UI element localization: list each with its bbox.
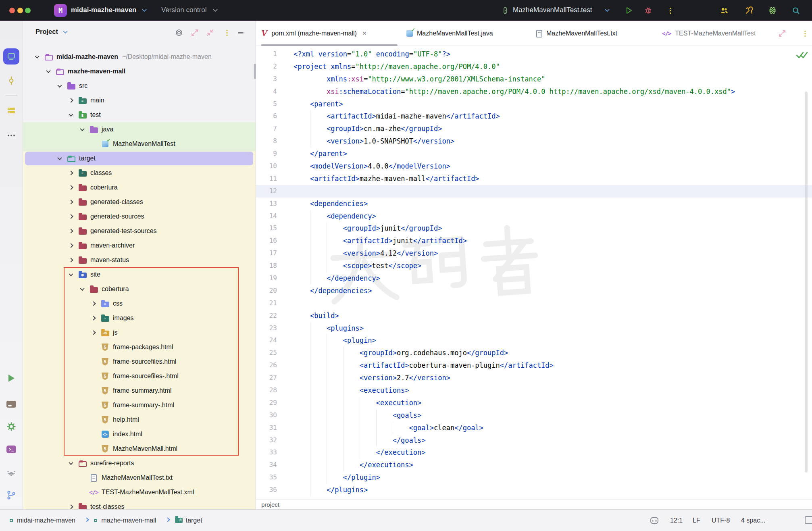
chevron-down-icon[interactable] xyxy=(34,55,40,58)
tab-mazhemavenmalltest-txt[interactable]: MazheMavenMallTest.txt xyxy=(536,21,617,46)
settings-gear-icon[interactable] xyxy=(6,422,16,431)
chevron-down-icon[interactable] xyxy=(68,462,74,465)
chevron-right-icon[interactable] xyxy=(68,186,74,189)
chevron-right-icon[interactable] xyxy=(68,258,74,262)
tree-item-mazhemavenmalltest-txt[interactable]: MazheMavenMallTest.txt xyxy=(23,471,256,485)
hide-panel-icon[interactable] xyxy=(238,32,244,33)
tree-item-cobertura[interactable]: cobertura xyxy=(23,180,256,195)
inspections-ok-icon[interactable] xyxy=(795,50,809,60)
expand-all-icon[interactable] xyxy=(191,29,199,37)
tree-item-help-html[interactable]: 5help.html xyxy=(23,412,256,427)
tab-options-kebab-icon[interactable] xyxy=(801,29,809,37)
vcs-menu[interactable]: Version control xyxy=(161,0,206,21)
tree-item-site[interactable]: ⊕site xyxy=(23,267,256,282)
tree-item-target[interactable]: target xyxy=(23,151,256,166)
close-window-icon[interactable] xyxy=(9,8,15,13)
editor-breadcrumb[interactable]: project xyxy=(256,500,812,509)
tree-item-generated-test-sources[interactable]: generated-test-sources xyxy=(23,224,256,238)
tree-item-frame-summary-html[interactable]: 5frame-summary.html xyxy=(23,383,256,398)
project-tool-icon[interactable] xyxy=(3,48,19,65)
chevron-right-icon[interactable] xyxy=(90,317,97,320)
tree-item-test[interactable]: ▮test xyxy=(23,108,256,122)
tree-item-mazhe-maven-mall[interactable]: mazhe-maven-mall xyxy=(23,64,256,79)
chevron-right-icon[interactable] xyxy=(68,215,74,218)
chevron-down-icon[interactable] xyxy=(79,287,85,291)
tree-item-mazhemavenmall-html[interactable]: 5MazheMavenMall.html xyxy=(23,441,256,456)
chevron-down-icon[interactable] xyxy=(56,157,63,160)
tree-item-maven-status[interactable]: maven-status xyxy=(23,253,256,267)
tree-item-mazhemavenmalltest[interactable]: MazheMavenMallTest xyxy=(23,137,256,151)
search-icon[interactable] xyxy=(792,6,800,15)
tree-item-classes[interactable]: ≡classes xyxy=(23,166,256,180)
commit-icon[interactable] xyxy=(6,76,16,85)
project-name-menu[interactable]: midai-mazhe-maven xyxy=(71,0,137,21)
terminal-icon[interactable]: >_ xyxy=(6,444,16,454)
chevron-down-icon[interactable] xyxy=(79,128,85,131)
statusbar-indent[interactable]: 4 spac... xyxy=(741,510,765,531)
tree-item-css[interactable]: ≡css xyxy=(23,296,256,311)
statusbar-breadcrumb-midai-mazhe-maven[interactable]: midai-mazhe-maven xyxy=(17,510,75,531)
tab-mazhemavenmalltest-java[interactable]: MazheMavenMallTest.java xyxy=(406,21,493,46)
tree-item-midai-mazhe-maven[interactable]: midai-mazhe-maven~/Desktop/midai-mazhe-m… xyxy=(23,50,256,64)
build-icon[interactable] xyxy=(6,399,16,409)
tree-item-cobertura[interactable]: cobertura xyxy=(23,282,256,296)
chevron-right-icon[interactable] xyxy=(68,229,74,233)
notifications-bell-icon[interactable] xyxy=(6,468,16,477)
chevron-right-icon[interactable] xyxy=(68,244,74,247)
options-kebab-icon[interactable] xyxy=(223,29,231,37)
users-icon[interactable] xyxy=(720,6,728,15)
maximize-window-icon[interactable] xyxy=(25,8,31,13)
chevron-right-icon[interactable] xyxy=(90,331,97,334)
panel-splitter-handle[interactable] xyxy=(254,64,256,79)
statusbar-line-separator[interactable]: LF xyxy=(693,510,700,531)
more-icon[interactable] xyxy=(666,6,675,15)
tree-item-images[interactable]: ▫images xyxy=(23,311,256,325)
more-tools-icon[interactable] xyxy=(6,131,16,140)
run-tool-icon[interactable] xyxy=(6,373,16,383)
tree-item-java[interactable]: java xyxy=(23,122,256,137)
chevron-right-icon[interactable] xyxy=(68,200,74,204)
tree-item-test-classes[interactable]: test-classes xyxy=(23,500,256,509)
tree-item-frame-summary-html[interactable]: 5frame-summary-.html xyxy=(23,398,256,412)
tab-pom-xml-mazhe-maven-mall-[interactable]: Vpom.xml (mazhe-maven-mall)× xyxy=(261,21,366,46)
tree-item-frame-sourcefiles-html[interactable]: 5frame-sourcefiles.html xyxy=(23,354,256,369)
statusbar-breadcrumb-target[interactable]: target xyxy=(186,510,202,531)
tree-item-js[interactable]: JSjs xyxy=(23,325,256,340)
tree-item-surefire-reports[interactable]: surefire-reports xyxy=(23,456,256,471)
structure-icon[interactable] xyxy=(6,106,16,115)
chevron-down-icon[interactable] xyxy=(45,70,52,73)
tree-item-frame-packages-html[interactable]: 5frame-packages.html xyxy=(23,340,256,354)
editor-scrollbar[interactable] xyxy=(805,92,808,473)
statusbar-encoding[interactable]: UTF-8 xyxy=(712,510,730,531)
chevron-right-icon[interactable] xyxy=(68,171,74,175)
expand-tabs-icon[interactable] xyxy=(778,29,786,37)
chevron-down-icon[interactable] xyxy=(56,84,63,87)
tree-item-maven-archiver[interactable]: maven-archiver xyxy=(23,238,256,253)
tree-item-generated-classes[interactable]: generated-classes xyxy=(23,195,256,209)
run-icon[interactable] xyxy=(625,6,633,15)
tree-item-index-html[interactable]: <>index.html xyxy=(23,427,256,441)
git-branch-icon[interactable] xyxy=(6,490,16,500)
panel-title[interactable]: Project xyxy=(35,28,58,35)
tree-item-generated-sources[interactable]: generated-sources xyxy=(23,209,256,224)
debug-icon[interactable] xyxy=(644,6,652,15)
minimize-window-icon[interactable] xyxy=(17,8,23,13)
science-icon[interactable] xyxy=(768,6,777,15)
tree-item-src[interactable]: src xyxy=(23,79,256,93)
statusbar-caret-position[interactable]: 12:1 xyxy=(670,510,683,531)
run-configuration-selector[interactable]: MazheMavenMallTest.test xyxy=(513,0,592,21)
tree-item-main[interactable]: ≡main xyxy=(23,93,256,108)
tools-icon[interactable] xyxy=(745,6,753,15)
statusbar-copilot-status[interactable] xyxy=(649,510,660,531)
locate-icon[interactable] xyxy=(175,29,183,37)
close-icon[interactable]: × xyxy=(362,29,366,37)
tree-item-frame-sourcefiles-html[interactable]: 5frame-sourcefiles-.html xyxy=(23,369,256,383)
chevron-down-icon[interactable] xyxy=(68,273,74,276)
chevron-right-icon[interactable] xyxy=(68,99,74,102)
chevron-down-icon[interactable] xyxy=(68,113,74,117)
collapse-all-icon[interactable] xyxy=(206,29,214,37)
tree-item-test-mazhemavenmalltest-xml[interactable]: </>TEST-MazheMavenMallTest.xml xyxy=(23,485,256,500)
chevron-right-icon[interactable] xyxy=(90,302,97,305)
chevron-right-icon[interactable] xyxy=(68,505,74,508)
statusbar-breadcrumb-mazhe-maven-mall[interactable]: mazhe-maven-mall xyxy=(101,510,156,531)
